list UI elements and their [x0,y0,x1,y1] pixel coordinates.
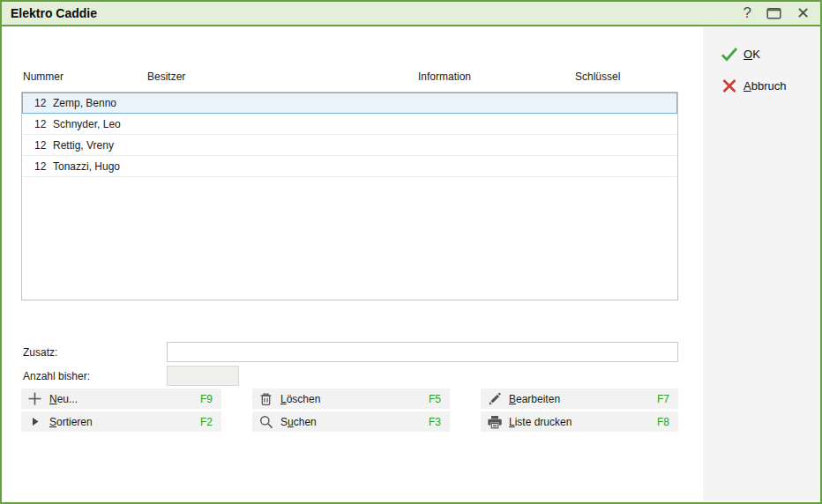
side-panel: OKAbbruch [703,26,820,500]
list-item[interactable]: 12Tonazzi, Hugo [22,156,677,177]
zusatz-row: Zusatz: [21,342,678,362]
button-label: OK [744,48,760,61]
button-label: Löschen [280,393,320,405]
liste-drucken-button[interactable]: Liste druckenF8 [481,411,678,432]
row-besitzer: Tonazzi, Hugo [53,160,120,173]
row-nummer: 12 [34,160,47,173]
loeschen-button[interactable]: LöschenF5 [252,389,450,409]
fkey-label: F9 [200,393,213,405]
maximize-icon[interactable] [766,4,781,22]
row-nummer: 12 [34,118,47,130]
column-header-information: Information [418,70,471,83]
dialog-window: Elektro Caddie ? ✕ Nummer Besitzer Infor… [0,0,822,504]
dialog-body: Nummer Besitzer Information Schlüssel 12… [2,26,820,500]
fkey-label: F7 [657,393,669,405]
help-icon[interactable]: ? [743,4,751,22]
button-label: Bearbeiten [509,393,560,405]
column-header-nummer: Nummer [23,70,64,83]
anzahl-row: Anzahl bisher: [21,366,678,386]
zusatz-input[interactable] [167,342,678,362]
plus-icon [27,392,42,406]
zusatz-label: Zusatz: [21,346,167,359]
titlebar: Elektro Caddie ? ✕ [2,2,820,26]
list-item[interactable]: 12Schnyder, Leo [22,114,677,135]
close-icon[interactable]: ✕ [796,4,810,22]
row-nummer: 12 [34,139,47,152]
button-label: Sortieren [49,416,93,428]
main-area: Nummer Besitzer Information Schlüssel 12… [2,26,703,500]
row-besitzer: Zemp, Benno [53,97,116,109]
sortieren-button[interactable]: SortierenF2 [21,411,221,432]
button-label: Neu... [49,393,78,405]
caddie-list[interactable]: 12Zemp, Benno12Schnyder, Leo12Rettig, Vr… [21,92,678,300]
row-besitzer: Rettig, Vreny [53,139,114,152]
triangle-right-icon [27,415,42,429]
trash-icon [258,392,273,406]
fkey-label: F2 [200,416,213,428]
titlebar-controls: ? ✕ [743,4,810,22]
magnifier-icon [258,415,273,429]
fkey-label: F8 [657,416,669,428]
printer-icon [487,415,502,429]
fkey-label: F3 [429,416,441,428]
check-icon [721,46,738,62]
cross-icon [721,78,738,93]
button-label: Liste drucken [509,416,572,428]
button-label: Abbruch [744,79,786,93]
column-header-besitzer: Besitzer [147,70,185,83]
fkey-label: F5 [429,393,441,405]
list-column-headers: Nummer Besitzer Information Schlüssel [21,70,678,82]
button-label: Suchen [280,416,317,428]
ok-button[interactable]: OK [721,46,760,62]
action-button-grid: Neu...F9LöschenF5BearbeitenF7SortierenF2… [21,389,678,432]
anzahl-bisher-label: Anzahl bisher: [21,370,167,382]
column-header-schluessel: Schlüssel [575,70,620,83]
abbruch-button[interactable]: Abbruch [721,78,786,93]
bearbeiten-button[interactable]: BearbeitenF7 [481,389,678,409]
pencil-icon [487,392,502,406]
anzahl-bisher-input [167,366,239,386]
list-item[interactable]: 12Rettig, Vreny [22,135,677,156]
list-item[interactable]: 12Zemp, Benno [22,93,677,114]
row-besitzer: Schnyder, Leo [53,118,121,130]
suchen-button[interactable]: SuchenF3 [252,411,450,432]
row-nummer: 12 [34,97,47,109]
window-title: Elektro Caddie [11,6,97,20]
neu-button[interactable]: Neu...F9 [21,389,221,409]
